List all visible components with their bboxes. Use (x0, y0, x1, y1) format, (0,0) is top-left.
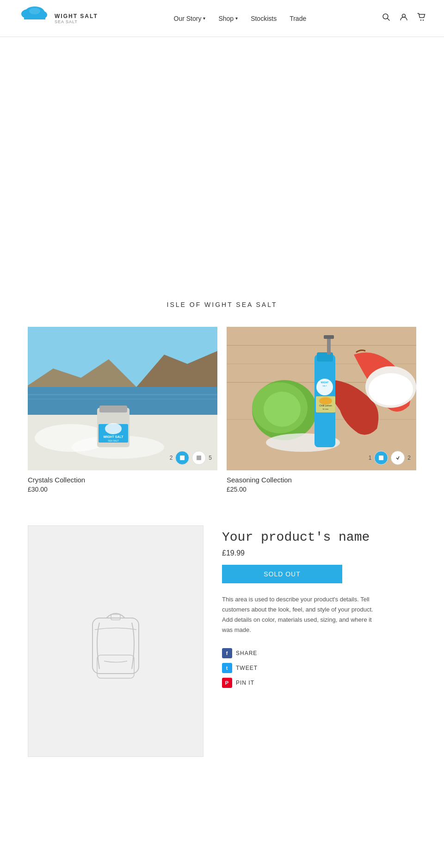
variant-dot-2[interactable] (192, 451, 206, 465)
hero-banner (0, 37, 444, 287)
svg-rect-49 (379, 456, 383, 460)
social-share: f SHARE t TWEET P PIN IT (222, 648, 416, 688)
nav-trade[interactable]: Trade (290, 15, 306, 22)
svg-point-46 (319, 397, 332, 405)
featured-product-image (28, 525, 204, 757)
product-image-seasoning: WIGHT SALT Chilli Lemon & Lime 1 2 (227, 327, 416, 470)
logo[interactable]: WIGHT SALT SEA SALT (18, 5, 98, 32)
featured-product-name: Your product's name (222, 530, 416, 544)
chevron-down-icon: ▾ (235, 16, 238, 21)
svg-text:SEA SALT: SEA SALT (108, 439, 118, 442)
svg-rect-51 (97, 655, 134, 678)
svg-text:WIGHT SALT: WIGHT SALT (103, 435, 123, 438)
share-label: SHARE (236, 650, 257, 656)
svg-rect-14 (28, 394, 217, 395)
variant-dot-s2[interactable] (391, 451, 405, 465)
product-name-seasoning: Seasoning Collection (227, 476, 416, 484)
svg-text:& Lime: & Lime (323, 408, 329, 410)
product-price-seasoning: £25.00 (227, 486, 416, 493)
product-name-crystals: Crystals Collection (28, 476, 217, 484)
svg-point-34 (264, 392, 301, 427)
product-description: This area is used to describe your produ… (222, 594, 379, 635)
svg-line-6 (387, 19, 389, 21)
svg-point-5 (383, 14, 388, 19)
svg-rect-25 (180, 456, 185, 460)
pin-label: PIN IT (236, 680, 254, 686)
chevron-down-icon: ▾ (203, 16, 205, 21)
featured-product-section: Your product's name £19.99 SOLD OUT This… (0, 512, 444, 785)
featured-product-price: £19.99 (222, 549, 416, 557)
search-icon[interactable] (382, 13, 390, 24)
svg-rect-41 (324, 335, 334, 339)
nav-shop[interactable]: Shop ▾ (218, 15, 238, 22)
twitter-icon: t (222, 663, 232, 673)
svg-rect-3 (24, 16, 45, 19)
variant-dots-crystals: 2 5 (170, 451, 212, 465)
svg-text:WIGHT: WIGHT (321, 381, 329, 384)
product-card-seasoning[interactable]: WIGHT SALT Chilli Lemon & Lime 1 2 Seaso… (227, 327, 416, 493)
variant-dot-s1[interactable] (374, 451, 388, 465)
pinterest-icon: P (222, 678, 232, 688)
nav-our-story[interactable]: Our Story ▾ (174, 15, 206, 22)
svg-point-8 (420, 19, 421, 20)
share-twitter-button[interactable]: t TWEET (222, 663, 416, 673)
section-title: ISLE OF WIGHT SEA SALT (0, 287, 444, 318)
featured-product-details: Your product's name £19.99 SOLD OUT This… (222, 525, 416, 688)
share-pinterest-button[interactable]: P PIN IT (222, 678, 416, 688)
backpack-illustration (79, 595, 153, 687)
svg-point-9 (423, 19, 424, 20)
share-facebook-button[interactable]: f SHARE (222, 648, 416, 658)
svg-point-22 (105, 423, 122, 434)
product-card-crystals[interactable]: WIGHT SALT SEA SALT 2 5 Crystals Collect… (28, 327, 217, 493)
sold-out-button[interactable]: SOLD OUT (222, 565, 342, 583)
product-price-crystals: £30.00 (28, 486, 217, 493)
svg-point-4 (29, 8, 40, 14)
facebook-icon: f (222, 648, 232, 658)
user-icon[interactable] (400, 13, 408, 24)
svg-text:Chilli Lemon: Chilli Lemon (319, 404, 332, 407)
variant-dots-seasoning: 1 2 (369, 451, 411, 465)
svg-point-37 (369, 373, 413, 406)
main-nav: Our Story ▾ Shop ▾ Stockists Trade (174, 15, 307, 22)
svg-rect-15 (28, 399, 217, 400)
svg-rect-52 (111, 614, 120, 620)
tweet-label: TWEET (236, 665, 258, 671)
svg-rect-50 (92, 618, 139, 674)
variant-dot-1[interactable] (175, 451, 189, 465)
svg-rect-26 (197, 456, 201, 460)
svg-rect-20 (99, 406, 127, 412)
nav-stockists[interactable]: Stockists (251, 15, 277, 22)
product-image-crystals: WIGHT SALT SEA SALT 2 5 (28, 327, 217, 470)
cart-icon[interactable] (417, 13, 426, 24)
logo-text: WIGHT SALT SEA SALT (55, 13, 98, 24)
product-grid: WIGHT SALT SEA SALT 2 5 Crystals Collect… (0, 318, 444, 512)
logo-icon (18, 5, 51, 32)
header-icons (382, 13, 426, 24)
svg-text:SALT: SALT (322, 385, 327, 387)
site-header: WIGHT SALT SEA SALT Our Story ▾ Shop ▾ S… (0, 0, 444, 37)
